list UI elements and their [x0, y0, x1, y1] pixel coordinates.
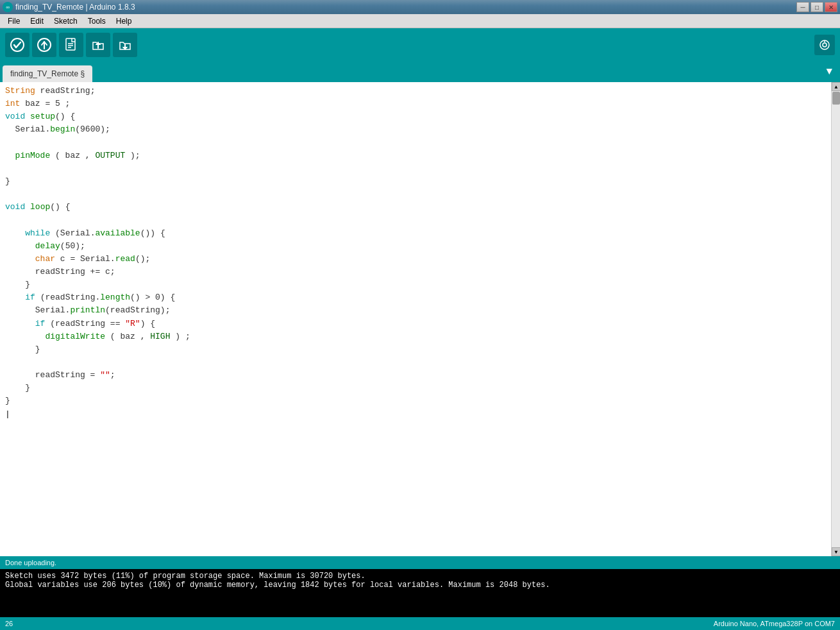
svg-point-10	[823, 43, 827, 47]
status-message: Done uploading.	[5, 559, 56, 566]
save-button[interactable]	[113, 33, 137, 57]
title-bar-controls: ─ □ ✕	[796, 2, 837, 12]
console-line-2: Global variables use 206 bytes (10%) of …	[5, 581, 835, 590]
title-bar: ∞ finding_TV_Remote | Arduino 1.8.3 ─ □ …	[0, 0, 840, 14]
app-icon: ∞	[3, 2, 13, 12]
maximize-button[interactable]: □	[811, 2, 823, 12]
window-title: finding_TV_Remote | Arduino 1.8.3	[15, 3, 135, 12]
tab-label: finding_TV_Remote §	[10, 69, 85, 78]
upload-button[interactable]	[32, 33, 56, 57]
code-content: String readString; int baz = 5 ; void se…	[5, 85, 826, 421]
bottom-bar: 26 Arduino Nano, ATmega328P on COM7	[0, 617, 840, 630]
scroll-up-arrow[interactable]: ▲	[832, 82, 840, 91]
open-icon	[91, 38, 105, 52]
toolbar-right	[814, 35, 835, 55]
serial-monitor-button[interactable]	[814, 35, 835, 55]
save-icon	[118, 38, 132, 52]
editor-container: String readString; int baz = 5 ; void se…	[0, 82, 840, 556]
menu-edit[interactable]: Edit	[25, 15, 49, 27]
close-button[interactable]: ✕	[825, 2, 837, 12]
editor-tab[interactable]: finding_TV_Remote §	[3, 65, 92, 82]
svg-rect-3	[66, 38, 75, 50]
status-bar: Done uploading.	[0, 556, 840, 569]
verify-icon	[10, 38, 24, 52]
console-line-1: Sketch uses 3472 bytes (11%) of program …	[5, 572, 835, 581]
new-icon	[65, 38, 78, 52]
menu-help[interactable]: Help	[111, 15, 137, 27]
title-bar-left: ∞ finding_TV_Remote | Arduino 1.8.3	[3, 2, 135, 12]
verify-button[interactable]	[5, 33, 29, 57]
menu-bar: File Edit Sketch Tools Help	[0, 14, 840, 28]
console-area: Sketch uses 3472 bytes (11%) of program …	[0, 569, 840, 617]
line-number: 26	[5, 620, 13, 627]
board-info: Arduino Nano, ATmega328P on COM7	[714, 620, 835, 627]
tabs-bar: finding_TV_Remote § ▼	[0, 62, 840, 82]
menu-sketch[interactable]: Sketch	[49, 15, 83, 27]
menu-tools[interactable]: Tools	[83, 15, 111, 27]
menu-file[interactable]: File	[3, 15, 25, 27]
toolbar	[0, 28, 840, 62]
scroll-thumb[interactable]	[832, 92, 840, 105]
new-button[interactable]	[59, 33, 83, 57]
scroll-down-arrow[interactable]: ▼	[832, 547, 840, 556]
code-editor[interactable]: String readString; int baz = 5 ; void se…	[0, 82, 831, 556]
serial-monitor-icon	[819, 39, 830, 51]
tabs-dropdown-button[interactable]: ▼	[821, 62, 837, 82]
vertical-scrollbar[interactable]: ▲ ▼	[831, 82, 840, 556]
upload-icon	[37, 38, 51, 52]
open-button[interactable]	[86, 33, 110, 57]
minimize-button[interactable]: ─	[796, 2, 809, 12]
